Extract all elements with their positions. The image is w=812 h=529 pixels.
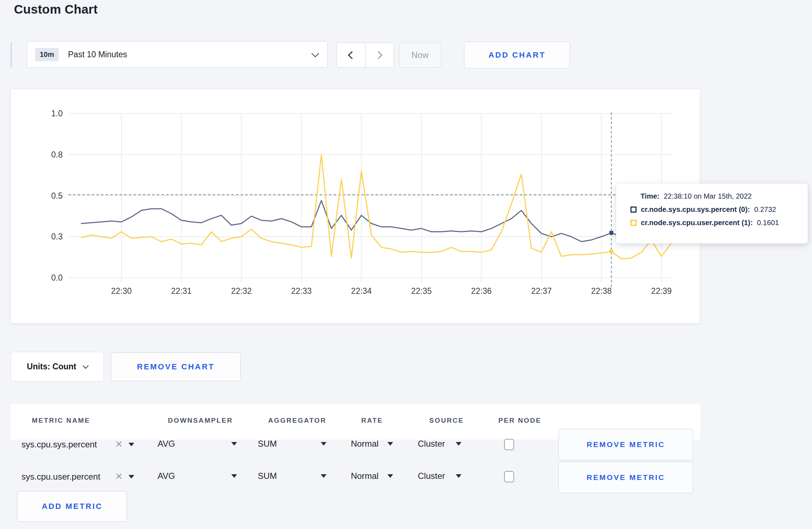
chart-tooltip: Time: 22:38:10 on Mar 15th, 2022 cr.node… [616, 184, 808, 243]
dropdown-caret-icon [231, 442, 237, 446]
tooltip-series-sys-value: 0.2732 [754, 205, 776, 214]
tooltip-time-label: Time: [641, 192, 659, 200]
chevron-left-icon [348, 51, 356, 59]
dropdown-caret-icon [456, 474, 461, 478]
tooltip-series-user-value: 0.1601 [757, 219, 779, 227]
dropdown-caret-icon [321, 474, 327, 478]
time-range-dropdown[interactable]: 10m Past 10 Minutes [27, 41, 328, 68]
time-range-label: Past 10 Minutes [68, 50, 127, 59]
remove-metric-button[interactable]: REMOVE METRIC [559, 429, 693, 460]
units-dropdown[interactable]: Units: Count [11, 352, 104, 382]
aggregator-select[interactable]: SUM [258, 471, 327, 481]
svg-text:22:38: 22:38 [591, 286, 612, 296]
chevron-down-icon [311, 49, 319, 57]
remove-metric-button[interactable]: REMOVE METRIC [559, 462, 693, 493]
col-header-per-node: PER NODE [498, 417, 541, 424]
next-timespan-button[interactable] [365, 43, 394, 67]
rate-value: Normal [351, 439, 378, 449]
add-metric-button[interactable]: ADD METRIC [17, 491, 127, 522]
remove-chart-button[interactable]: REMOVE CHART [111, 353, 241, 381]
aggregator-value: SUM [258, 471, 277, 481]
col-header-downsampler: DOWNSAMPLER [168, 417, 233, 424]
svg-text:22:39: 22:39 [651, 286, 672, 296]
downsampler-value: AVG [158, 439, 175, 449]
svg-text:1.0: 1.0 [51, 109, 63, 118]
metric-name-select[interactable]: sys.cpu.sys.percent ✕ [21, 439, 134, 450]
tooltip-time-value: 22:38:10 on Mar 15th, 2022 [664, 192, 752, 200]
page-title: Custom Chart [14, 2, 98, 16]
source-value: Cluster [418, 439, 445, 449]
previous-timespan-button[interactable] [337, 43, 365, 67]
add-chart-button[interactable]: ADD CHART [464, 42, 570, 68]
time-step-controls [337, 43, 394, 68]
series-user-swatch-icon [630, 220, 637, 226]
metric-name-select[interactable]: sys.cpu.user.percent ✕ [21, 471, 134, 482]
tooltip-series-user-label: cr.node.sys.cpu.user.percent (1): [641, 219, 753, 227]
col-header-source: SOURCE [429, 417, 464, 424]
per-node-checkbox[interactable] [504, 471, 514, 482]
downsampler-select[interactable]: AVG [158, 471, 237, 481]
svg-text:22:34: 22:34 [351, 286, 372, 296]
dropdown-caret-icon [387, 442, 393, 446]
dropdown-caret-icon [129, 443, 134, 446]
col-header-aggregator: AGGREGATOR [268, 417, 327, 424]
dropdown-caret-icon [321, 442, 327, 446]
chevron-right-icon [374, 51, 382, 59]
downsampler-value: AVG [158, 471, 175, 481]
col-header-metric-name: METRIC NAME [32, 417, 90, 424]
svg-text:0.0: 0.0 [51, 273, 63, 282]
source-value: Cluster [418, 471, 445, 481]
svg-text:22:30: 22:30 [111, 286, 132, 296]
now-button[interactable]: Now [399, 43, 441, 68]
clear-metric-icon[interactable]: ✕ [115, 439, 123, 450]
metric-name-value: sys.cpu.sys.percent [21, 440, 97, 450]
rate-select[interactable]: Normal [351, 439, 393, 449]
aggregator-value: SUM [258, 439, 277, 449]
metric-name-value: sys.cpu.user.percent [21, 472, 100, 482]
rate-select[interactable]: Normal [351, 471, 393, 481]
clear-metric-icon[interactable]: ✕ [115, 471, 123, 482]
tooltip-series-sys-label: cr.node.sys.cpu.sys.percent (0): [641, 205, 750, 214]
chart-panel[interactable]: 0.00.30.50.81.022:3022:3122:3222:3322:34… [10, 89, 700, 324]
col-header-rate: RATE [361, 417, 383, 424]
source-select[interactable]: Cluster [418, 439, 461, 449]
left-divider [11, 43, 12, 68]
svg-text:22:31: 22:31 [171, 286, 192, 296]
source-select[interactable]: Cluster [418, 471, 461, 481]
dropdown-caret-icon [387, 474, 393, 478]
svg-text:22:33: 22:33 [291, 286, 312, 296]
rate-value: Normal [351, 471, 378, 481]
svg-text:0.3: 0.3 [51, 232, 63, 241]
chevron-down-icon [82, 363, 88, 369]
dropdown-caret-icon [456, 442, 461, 446]
timeseries-chart[interactable]: 0.00.30.50.81.022:3022:3122:3222:3322:34… [11, 89, 701, 324]
series-sys-swatch-icon [630, 207, 637, 213]
svg-text:22:35: 22:35 [411, 286, 432, 296]
per-node-checkbox[interactable] [504, 439, 514, 450]
svg-text:22:36: 22:36 [471, 286, 492, 296]
units-label: Units: Count [27, 362, 76, 372]
svg-text:0.8: 0.8 [51, 150, 63, 159]
svg-text:22:32: 22:32 [231, 286, 252, 296]
svg-text:0.5: 0.5 [51, 191, 63, 200]
aggregator-select[interactable]: SUM [258, 439, 327, 449]
dropdown-caret-icon [231, 474, 237, 478]
svg-text:22:37: 22:37 [531, 286, 552, 296]
custom-chart-page: Custom Chart 10m Past 10 Minutes Now ADD… [0, 0, 812, 529]
downsampler-select[interactable]: AVG [158, 439, 237, 449]
dropdown-caret-icon [129, 475, 134, 479]
time-range-badge: 10m [35, 48, 59, 61]
